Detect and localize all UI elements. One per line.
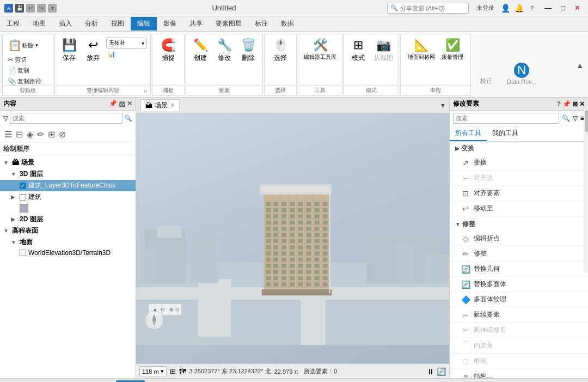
panel-auto-hide-icon[interactable]: ⊠: [119, 100, 125, 108]
pen-icon[interactable]: ✏: [36, 128, 45, 141]
left-panel-search-input[interactable]: [10, 113, 122, 124]
right-filter-icon[interactable]: ▽: [573, 114, 578, 122]
edit2-icon[interactable]: ⊘: [58, 128, 67, 141]
tree-item-scene[interactable]: ▼ 🏔 场景: [0, 157, 136, 168]
ground-arrow[interactable]: ▼: [11, 239, 17, 245]
titlebar-search-box[interactable]: 🔍: [387, 3, 469, 14]
2d-layers-arrow[interactable]: ▶: [11, 216, 17, 222]
ribbon-btn-delete[interactable]: 🗑️ 删除: [237, 37, 259, 64]
ribbon-btn-copy[interactable]: 📄 复制: [6, 65, 50, 76]
tool-trim[interactable]: ✏ 修整: [450, 246, 588, 262]
menu-analysis[interactable]: 分析: [78, 17, 105, 31]
list-icon[interactable]: ☰: [3, 128, 13, 141]
right-panel-help[interactable]: ?: [557, 100, 561, 108]
tree-item-square[interactable]: [0, 203, 136, 214]
menu-edit[interactable]: 编辑: [131, 17, 157, 31]
viewport-tab-scene[interactable]: 🏔 场景 ✕: [140, 99, 180, 111]
right-panel-auto-hide[interactable]: ⊠: [572, 100, 578, 108]
ribbon-btn-calibrate[interactable]: 校正: [475, 76, 497, 86]
right-search-icon[interactable]: 🔍: [562, 114, 570, 122]
tab-my-tools[interactable]: 我的工具: [487, 126, 524, 141]
panel-close-icon[interactable]: ✕: [127, 100, 132, 108]
building-3d-checkbox[interactable]: ✓: [20, 183, 26, 189]
right-scrollbar-thumb[interactable]: [585, 110, 588, 132]
tool-multipatch-texture[interactable]: 🔷 多面体纹理: [450, 292, 588, 307]
ribbon-btn-modify[interactable]: 🔧 修改: [213, 37, 235, 64]
menu-feature-layer[interactable]: 要素图层: [209, 17, 248, 31]
ribbon-btn-editor-tools[interactable]: 🛠️ 编辑器工具库: [302, 37, 339, 62]
tool-transform[interactable]: ↗ 变换: [450, 155, 588, 171]
help-button[interactable]: ?: [528, 4, 536, 13]
ribbon-btn-manage-extra[interactable]: 📊: [106, 50, 147, 59]
ribbon-btn-paste[interactable]: 📋 粘贴 ▾: [6, 37, 50, 54]
tree-item-elevation[interactable]: ▼ 高程表面: [0, 225, 136, 237]
tab-all-tools[interactable]: 所有工具: [450, 126, 487, 141]
pause-icon[interactable]: ⏸: [427, 367, 434, 376]
section-repair[interactable]: ▼ 修整: [450, 217, 588, 231]
terrain-checkbox[interactable]: [20, 250, 26, 256]
app-icon-dropdown[interactable]: ▾: [48, 4, 57, 13]
tree-item-ground[interactable]: ▼ 地面: [0, 237, 136, 248]
ribbon-btn-data-rev[interactable]: N Data Rev...: [505, 62, 538, 86]
tree-item-2d-layers[interactable]: ▶ 2D 图层: [0, 214, 136, 225]
tool-align-feature[interactable]: ⊡ 对齐要素: [450, 186, 588, 201]
tree-item-building-3d[interactable]: ✓ 建筑_Layer3DToFeatureClass: [0, 180, 136, 191]
scene-tab-close[interactable]: ✕: [170, 102, 175, 109]
ribbon-btn-create[interactable]: ✏️ 创建: [189, 37, 211, 64]
filter2-icon[interactable]: ◈: [26, 128, 34, 141]
ribbon-btn-from-view[interactable]: 📷 从视图: [371, 37, 395, 64]
section-transform[interactable]: ▶ 变换: [450, 142, 588, 155]
user-icon[interactable]: 👤: [501, 4, 510, 13]
search-btn-icon[interactable]: 🔍: [124, 114, 132, 122]
refresh-icon[interactable]: 🔄: [437, 367, 446, 376]
tool-structure[interactable]: ≡ 结构…: [450, 369, 588, 378]
menu-share[interactable]: 共享: [183, 17, 209, 31]
right-panel-search-input[interactable]: [453, 113, 559, 124]
maximize-button[interactable]: □: [558, 4, 568, 12]
ribbon-btn-save[interactable]: 💾 保存: [58, 37, 80, 64]
menu-data[interactable]: 数据: [274, 17, 301, 31]
elevation-arrow[interactable]: ▼: [3, 228, 10, 234]
tool-continue-feature[interactable]: ↔ 延续要素: [450, 307, 588, 323]
menu-map[interactable]: 地图: [26, 17, 52, 31]
scale-dropdown[interactable]: 118 m ▾: [139, 366, 167, 377]
tool-replace-geometry[interactable]: 🔄 替换几何: [450, 262, 588, 277]
scene-arrow[interactable]: ▼: [3, 160, 10, 166]
ribbon-btn-select[interactable]: 🖱️ 选择: [270, 37, 291, 64]
minimize-button[interactable]: —: [541, 4, 555, 12]
ribbon-btn-mode[interactable]: ⊞ 模式: [347, 37, 369, 64]
titlebar-search-input[interactable]: [400, 5, 460, 11]
manage-expand-btn[interactable]: ⧉: [144, 89, 149, 94]
tree-item-3d-layers[interactable]: ▼ 3D 图层: [0, 168, 136, 180]
tool-edit-vertices[interactable]: ◇ 编辑折点: [450, 231, 588, 246]
building-2d-checkbox[interactable]: [20, 194, 26, 201]
ribbon-collapse-btn[interactable]: ▲: [576, 61, 584, 70]
ribbon-btn-discard[interactable]: ↩ 放弃: [82, 37, 104, 64]
menu-project[interactable]: 工程: [0, 17, 26, 31]
right-panel-close[interactable]: ✕: [579, 100, 585, 108]
panel-pin-icon[interactable]: 📌: [109, 100, 117, 108]
ribbon-btn-quality[interactable]: ✅ 质量管理: [439, 37, 465, 62]
tool-replace-multipatch[interactable]: 🔄 替换多面体: [450, 277, 588, 292]
menu-imagery[interactable]: 影像: [157, 17, 183, 31]
ribbon-btn-ground-to-grid[interactable]: 📐 地面到格网: [406, 37, 437, 62]
grid-icon[interactable]: ⊞: [47, 128, 56, 141]
tree-item-building-2d[interactable]: ▶ 建筑: [0, 191, 136, 203]
right-panel-pin[interactable]: 📌: [562, 100, 571, 108]
ribbon-btn-cut[interactable]: ✂ 剪切: [6, 54, 50, 65]
ribbon-btn-snap[interactable]: 🧲 捕捉: [157, 37, 179, 64]
menu-label[interactable]: 标注: [248, 17, 274, 31]
tree-item-terrain[interactable]: WorldElevation3D/Terrain3D: [0, 248, 136, 258]
database-icon[interactable]: ⊟: [15, 128, 24, 141]
close-button[interactable]: ✕: [571, 4, 584, 12]
paste-dropdown[interactable]: ▾: [35, 43, 38, 48]
user-label[interactable]: 未登录: [474, 3, 497, 13]
topology-dropdown[interactable]: 无拓补 ▾: [106, 38, 147, 48]
tool-move-to[interactable]: ↩ 移动至: [450, 201, 588, 216]
bell-icon[interactable]: 🔔: [514, 4, 524, 13]
menu-view[interactable]: 视图: [105, 17, 131, 31]
3d-layers-arrow[interactable]: ▼: [11, 171, 17, 177]
viewport-dropdown-arrow[interactable]: ▾: [441, 101, 445, 110]
menu-insert[interactable]: 插入: [52, 17, 78, 31]
building-2d-arrow[interactable]: ▶: [11, 194, 17, 200]
